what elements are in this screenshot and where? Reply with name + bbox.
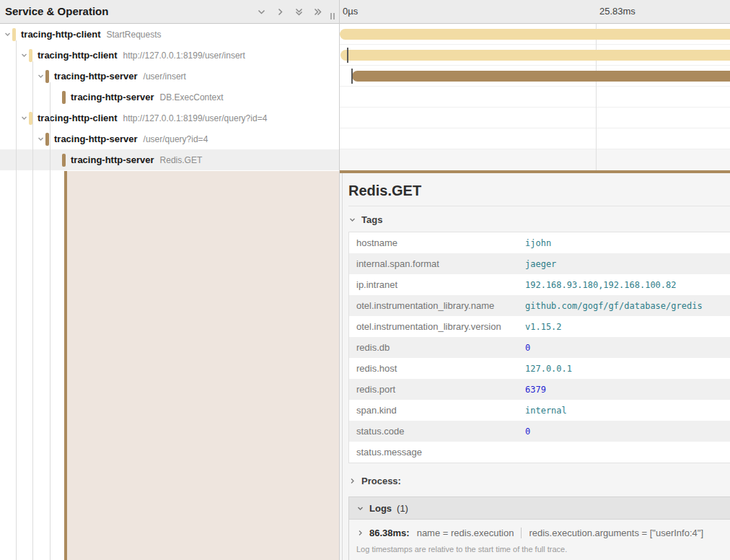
logs-footnote: Log timestamps are relative to the start… bbox=[349, 538, 730, 560]
tag-row: redis.db0 bbox=[349, 337, 730, 358]
collapse-all-icon[interactable] bbox=[294, 6, 304, 17]
chevron-right-icon bbox=[356, 529, 364, 537]
tag-value: v1.15.2 bbox=[525, 322, 562, 332]
tag-key: status.code bbox=[349, 426, 525, 437]
span-row[interactable]: tracing-http-client http://127.0.0.1:819… bbox=[0, 108, 339, 128]
span-service: tracing-http-server bbox=[54, 71, 138, 82]
tag-key: otel.instrumentation_library.version bbox=[349, 321, 525, 332]
span-service: tracing-http-client bbox=[38, 50, 118, 61]
tag-row: otel.instrumentation_library.namegithub.… bbox=[349, 295, 730, 316]
timeline-row[interactable] bbox=[340, 87, 730, 108]
chevron-down-icon[interactable] bbox=[19, 51, 29, 61]
span-service: tracing-http-server bbox=[71, 92, 154, 102]
span-service: tracing-http-server bbox=[54, 134, 138, 144]
span-bar[interactable] bbox=[340, 29, 730, 40]
timeline-row[interactable] bbox=[340, 45, 730, 66]
logs-label: Logs bbox=[369, 503, 392, 514]
tag-value: 6379 bbox=[525, 385, 546, 395]
tag-key: otel.instrumentation_library.name bbox=[349, 300, 525, 311]
tag-row: otel.instrumentation_library.versionv1.1… bbox=[349, 316, 730, 337]
chevron-down-icon[interactable] bbox=[19, 113, 29, 123]
span-row[interactable]: tracing-http-client StartRequests bbox=[0, 24, 339, 45]
timeline-row[interactable] bbox=[340, 108, 730, 128]
column-resize-grip[interactable] bbox=[330, 13, 335, 19]
detail-row-tint bbox=[67, 171, 339, 560]
span-color-bar bbox=[45, 70, 49, 83]
tag-row: internal.span.formatjaeger bbox=[349, 253, 730, 274]
tag-value: ijohn bbox=[525, 238, 551, 248]
span-bar[interactable] bbox=[340, 50, 730, 61]
span-row[interactable]: tracing-http-server /user/query?id=4 bbox=[0, 128, 339, 149]
tag-row: span.kindinternal bbox=[349, 400, 730, 421]
span-list-title: Service & Operation bbox=[5, 5, 108, 17]
span-row-selected[interactable]: tracing-http-server Redis.GET bbox=[0, 149, 339, 170]
log-entry[interactable]: 86.38ms: name = redis.execution redis.ex… bbox=[349, 520, 730, 538]
timeline-row-selected[interactable] bbox=[340, 149, 730, 170]
span-service: tracing-http-server bbox=[71, 154, 154, 165]
chevron-down-icon bbox=[356, 504, 364, 512]
log-field: redis.execution.arguments = ["userInfo:4… bbox=[521, 528, 711, 538]
timeline-row[interactable] bbox=[340, 66, 730, 87]
span-operation: StartRequests bbox=[107, 30, 162, 40]
tag-key: internal.span.format bbox=[349, 258, 525, 269]
chevron-down-icon[interactable] bbox=[2, 30, 12, 40]
tag-row: redis.host127.0.0.1 bbox=[349, 358, 730, 379]
span-operation: /user/query?id=4 bbox=[144, 134, 208, 144]
logs-accordion-header[interactable]: Logs (1) bbox=[349, 497, 730, 520]
span-row[interactable]: tracing-http-server /user/insert bbox=[0, 66, 339, 87]
tag-key: redis.host bbox=[349, 363, 525, 374]
span-color-bar bbox=[62, 91, 66, 104]
span-operation: Redis.GET bbox=[160, 155, 203, 165]
timeline-gridline bbox=[596, 24, 597, 171]
tag-value: internal bbox=[525, 406, 567, 416]
trace-timeline-view: tracing-http-client StartRequests tracin… bbox=[0, 0, 730, 560]
span-detail-title: Redis.GET bbox=[348, 183, 730, 199]
tag-key: status.message bbox=[349, 447, 525, 458]
process-accordion-header[interactable]: Process: bbox=[348, 476, 730, 486]
tag-key: redis.port bbox=[349, 384, 525, 395]
tag-key: span.kind bbox=[349, 405, 525, 416]
span-operation: /user/insert bbox=[144, 71, 186, 82]
tag-row: hostnameijohn bbox=[349, 232, 730, 253]
timeline-header: 0µs 25.83ms bbox=[339, 0, 730, 24]
collapse-one-icon[interactable] bbox=[256, 6, 267, 17]
tag-row: status.message bbox=[349, 442, 730, 463]
expand-all-icon[interactable] bbox=[312, 6, 323, 17]
chevron-down-icon[interactable] bbox=[35, 134, 45, 144]
tag-row: ip.intranet192.168.93.180,192.168.100.82 bbox=[349, 274, 730, 295]
span-time-marker bbox=[351, 69, 353, 84]
tag-value: 127.0.0.1 bbox=[525, 364, 572, 374]
panel-divider[interactable] bbox=[339, 0, 340, 560]
tags-accordion-header[interactable]: Tags bbox=[348, 214, 730, 225]
expand-one-icon[interactable] bbox=[275, 6, 286, 17]
indent-guide bbox=[16, 40, 17, 560]
tag-key: ip.intranet bbox=[349, 279, 525, 290]
span-row[interactable]: tracing-http-server DB.ExecContext bbox=[0, 87, 339, 108]
span-bar[interactable] bbox=[352, 71, 730, 82]
timeline-row[interactable] bbox=[340, 128, 730, 149]
logs-accordion: Logs (1) 86.38ms: name = redis.execution… bbox=[348, 496, 730, 560]
tag-row: status.code0 bbox=[349, 421, 730, 442]
span-row[interactable]: tracing-http-client http://127.0.0.1:819… bbox=[0, 45, 339, 66]
span-color-bar bbox=[29, 49, 32, 62]
span-operation: DB.ExecContext bbox=[160, 92, 224, 102]
chevron-spacer bbox=[52, 155, 62, 165]
tag-value: jaeger bbox=[525, 259, 556, 269]
indent-guide bbox=[50, 82, 50, 560]
span-color-bar bbox=[62, 154, 66, 167]
chevron-down-icon[interactable] bbox=[35, 71, 45, 82]
span-list-header: Service & Operation bbox=[0, 0, 339, 24]
detail-divider bbox=[348, 206, 730, 206]
span-color-bar bbox=[12, 28, 16, 41]
tag-key: hostname bbox=[349, 237, 525, 248]
tag-value: 0 bbox=[525, 426, 530, 437]
span-service: tracing-http-client bbox=[21, 29, 101, 40]
indent-guide bbox=[32, 61, 33, 560]
selected-span-bar[interactable] bbox=[339, 170, 730, 173]
tag-value: 192.168.93.180,192.168.100.82 bbox=[525, 280, 677, 290]
process-label: Process: bbox=[361, 476, 401, 486]
span-operation: http://127.0.0.1:8199/user/query?id=4 bbox=[123, 113, 268, 123]
log-field: name = redis.execution bbox=[413, 528, 522, 538]
chevron-down-icon bbox=[348, 216, 356, 224]
timeline-row[interactable] bbox=[340, 24, 730, 45]
